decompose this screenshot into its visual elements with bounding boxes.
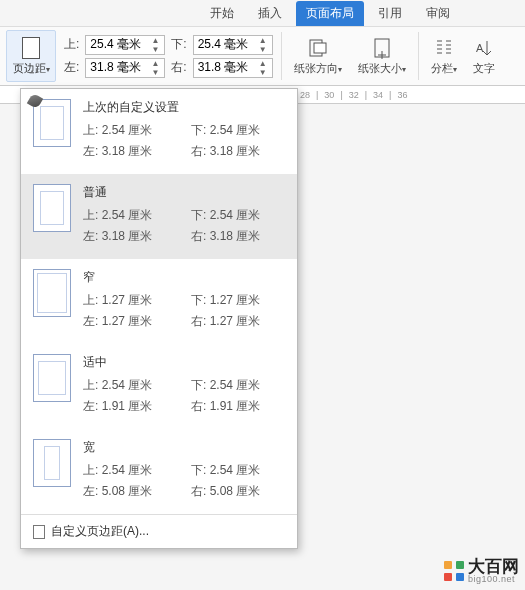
- preset-last[interactable]: 上次的自定义设置 上: 2.54 厘米下: 2.54 厘米 左: 3.18 厘米…: [21, 89, 297, 174]
- preset-normal[interactable]: 普通 上: 2.54 厘米下: 2.54 厘米 左: 3.18 厘米右: 3.1…: [21, 174, 297, 259]
- preset-name: 普通: [83, 184, 285, 201]
- separator: [281, 32, 282, 80]
- watermark: 大百网 big100.net: [444, 558, 519, 584]
- right-spinner[interactable]: ▲▼: [193, 58, 273, 78]
- custom-margins[interactable]: 自定义页边距(A)...: [21, 514, 297, 548]
- svg-text:A: A: [476, 42, 484, 54]
- tab-layout[interactable]: 页面布局: [296, 1, 364, 26]
- margins-icon: [22, 37, 40, 59]
- preset-name: 宽: [83, 439, 285, 456]
- columns-button[interactable]: 分栏▾: [427, 35, 461, 78]
- margins-dropdown: 上次的自定义设置 上: 2.54 厘米下: 2.54 厘米 左: 3.18 厘米…: [20, 88, 298, 549]
- watermark-text: 大百网: [468, 558, 519, 575]
- orientation-button[interactable]: 纸张方向▾: [290, 35, 346, 78]
- columns-icon: [433, 37, 455, 59]
- custom-margins-icon: [33, 525, 45, 539]
- bottom-input[interactable]: [194, 38, 256, 52]
- preset-name: 上次的自定义设置: [83, 99, 285, 116]
- left-label: 左:: [64, 59, 79, 76]
- textdir-icon: A: [473, 37, 495, 59]
- top-input[interactable]: [86, 38, 148, 52]
- tab-insert[interactable]: 插入: [248, 1, 292, 26]
- preset-wide[interactable]: 宽 上: 2.54 厘米下: 2.54 厘米 左: 5.08 厘米右: 5.08…: [21, 429, 297, 514]
- preset-narrow[interactable]: 窄 上: 1.27 厘米下: 1.27 厘米 左: 1.27 厘米右: 1.27…: [21, 259, 297, 344]
- preset-normal-icon: [33, 184, 71, 232]
- preset-name: 窄: [83, 269, 285, 286]
- preset-moderate-icon: [33, 354, 71, 402]
- separator: [418, 32, 419, 80]
- preset-last-icon: [33, 99, 71, 147]
- left-spinner[interactable]: ▲▼: [85, 58, 165, 78]
- bottom-label: 下:: [171, 36, 186, 53]
- bottom-spinner[interactable]: ▲▼: [193, 35, 273, 55]
- preset-narrow-icon: [33, 269, 71, 317]
- left-input[interactable]: [86, 61, 148, 75]
- preset-wide-icon: [33, 439, 71, 487]
- size-button[interactable]: 纸张大小▾: [354, 35, 410, 78]
- tab-reference[interactable]: 引用: [368, 1, 412, 26]
- preset-name: 适中: [83, 354, 285, 371]
- margin-spinners: 上: ▲▼ 下: ▲▼ 左: ▲▼ 右: ▲▼: [64, 35, 273, 78]
- textdir-button[interactable]: A 文字: [469, 35, 499, 78]
- watermark-url: big100.net: [468, 575, 519, 584]
- right-label: 右:: [171, 59, 186, 76]
- ribbon: 页边距▾ 上: ▲▼ 下: ▲▼ 左: ▲▼ 右: ▲▼ 纸张方向▾ 纸张大小▾…: [0, 26, 525, 86]
- top-label: 上:: [64, 36, 79, 53]
- tab-bar: 开始 插入 页面布局 引用 审阅: [0, 0, 525, 26]
- svg-rect-1: [314, 43, 326, 53]
- tab-start[interactable]: 开始: [200, 1, 244, 26]
- watermark-icon: [444, 561, 464, 581]
- preset-moderate[interactable]: 适中 上: 2.54 厘米下: 2.54 厘米 左: 1.91 厘米右: 1.9…: [21, 344, 297, 429]
- top-spinner[interactable]: ▲▼: [85, 35, 165, 55]
- orientation-icon: [307, 37, 329, 59]
- right-input[interactable]: [194, 61, 256, 75]
- tab-review[interactable]: 审阅: [416, 1, 460, 26]
- margins-button[interactable]: 页边距▾: [6, 30, 56, 82]
- size-icon: [371, 37, 393, 59]
